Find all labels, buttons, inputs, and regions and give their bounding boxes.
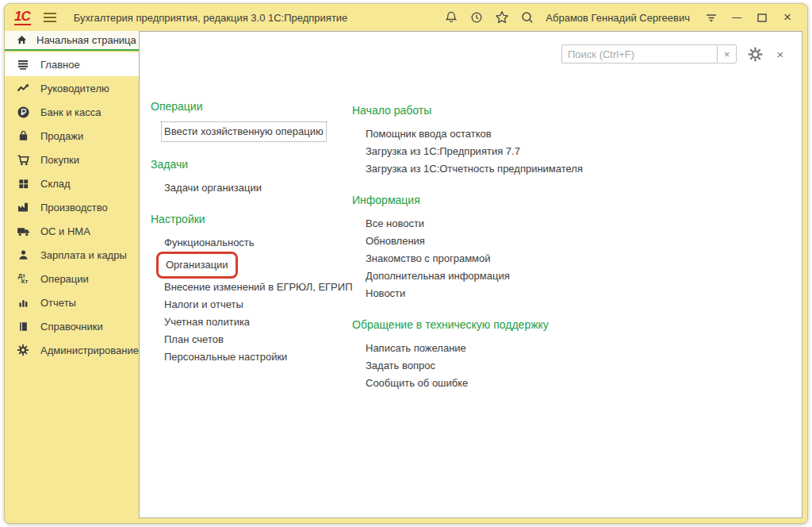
section-sidebar: Главное Руководителю Банк и касса Продаж… xyxy=(5,52,139,518)
tab-home-label: Начальная страница xyxy=(36,34,136,46)
link-napisat-pozhelanie[interactable]: Написать пожелание xyxy=(352,340,614,357)
sidebar-item-proizvodstvo[interactable]: Производство xyxy=(5,195,139,219)
sidebar-item-label: Справочники xyxy=(40,321,103,333)
panel-toolbar: × × xyxy=(561,44,791,63)
link-uchetnaya-politika[interactable]: Учетная политика xyxy=(151,314,349,331)
sidebar-item-bank-kassa[interactable]: Банк и касса xyxy=(5,100,139,124)
sidebar-item-os-nma[interactable]: ОС и НМА xyxy=(5,219,139,243)
sidebar-item-label: ОС и НМА xyxy=(40,225,90,237)
link-zagruzka-iz-1c-predpriyatiya-77[interactable]: Загрузка из 1С:Предприятия 7.7 xyxy=(352,143,614,160)
close-window-button[interactable]: × xyxy=(777,7,798,28)
section-title: Информация xyxy=(352,194,614,206)
boxes-grid-icon xyxy=(16,176,30,190)
maximize-button[interactable] xyxy=(752,7,772,28)
link-nalogi-i-otchety[interactable]: Налоги и отчеты xyxy=(151,296,349,314)
link-vse-novosti[interactable]: Все новости xyxy=(352,215,614,233)
list-icon xyxy=(16,57,30,71)
sidebar-item-sklad[interactable]: Склад xyxy=(5,171,139,195)
sidebar-item-label: Покупки xyxy=(40,154,79,166)
trend-chart-icon xyxy=(16,81,30,95)
sidebar-item-label: Продажи xyxy=(40,130,83,142)
favorites-star-icon[interactable] xyxy=(492,7,512,28)
notifications-bell-icon[interactable] xyxy=(441,7,462,28)
person-icon xyxy=(16,248,30,262)
sidebar-item-label: Зарплата и кадры xyxy=(40,249,127,261)
red-highlight-box: Организации xyxy=(156,252,238,279)
section-title: Обращение в техническую поддержку xyxy=(352,318,614,331)
section-title: Операции xyxy=(151,100,349,113)
sidebar-item-prodazhi[interactable]: Продажи xyxy=(5,124,139,148)
window-title: Бухгалтерия предприятия, редакция 3.0 1С… xyxy=(74,12,348,24)
section-informaciya: Информация Все новости Обновления Знаком… xyxy=(352,194,614,302)
global-search-icon[interactable] xyxy=(517,7,538,28)
sidebar-item-otchety[interactable]: Отчеты xyxy=(5,290,139,314)
section-nastroyki: Настройки Функциональность Организации В… xyxy=(151,213,349,366)
link-vnesenie-izmeneniy-egryul-egrip[interactable]: Внесение изменений в ЕГРЮЛ, ЕГРИП xyxy=(151,279,349,296)
link-soobschit-ob-oshibke[interactable]: Сообщить об ошибке xyxy=(352,375,614,392)
link-zagruzka-iz-1c-otchetnost[interactable]: Загрузка из 1С:Отчетность предпринимател… xyxy=(352,160,614,178)
sidebar-item-zarplata-kadry[interactable]: Зарплата и кадры xyxy=(5,243,139,267)
link-obnovleniya[interactable]: Обновления xyxy=(352,233,614,250)
book-icon xyxy=(16,319,30,333)
sidebar-item-label: Администрирование xyxy=(40,344,139,356)
sidebar-item-label: Банк и касса xyxy=(40,106,102,118)
sidebar-item-label: Руководителю xyxy=(40,83,109,94)
link-personalnye-nastroyki[interactable]: Персональные настройки xyxy=(151,348,349,366)
section-tehpodderzhka: Обращение в техническую поддержку Написа… xyxy=(352,318,614,392)
minimize-button[interactable]: — xyxy=(726,7,747,28)
home-icon xyxy=(16,34,28,46)
gear-icon xyxy=(16,343,30,357)
section-title: Задачи xyxy=(151,158,349,171)
content-column-left: Операции Ввести хозяйственную операцию З… xyxy=(151,100,349,382)
sidebar-item-administrirovanie[interactable]: Администрирование xyxy=(5,338,139,362)
home-page-panel: × × Операции Ввести хозяйственную операц… xyxy=(139,31,802,518)
sidebar-item-label: Склад xyxy=(40,178,71,190)
sidebar-item-operacii[interactable]: ДтКт Операции xyxy=(5,267,139,290)
1c-logo: 1С xyxy=(14,10,31,25)
link-zadachi-organizacii[interactable]: Задачи организации xyxy=(151,179,349,197)
app-window: 1С Бухгалтерия предприятия, редакция 3.0… xyxy=(4,3,808,524)
cart-icon xyxy=(16,152,30,167)
settings-gear-icon[interactable] xyxy=(745,44,765,63)
link-pomoschnik-vvoda-ostatkov[interactable]: Помощник ввода остатков xyxy=(352,125,614,143)
link-novosti[interactable]: Новости xyxy=(352,285,614,302)
close-panel-icon[interactable]: × xyxy=(770,44,791,63)
link-znakomstvo-s-programmoy[interactable]: Знакомство с программой xyxy=(352,250,614,267)
history-icon[interactable] xyxy=(466,7,487,28)
main-menu-button[interactable] xyxy=(44,13,56,22)
sidebar-item-label: Отчеты xyxy=(40,297,76,309)
sidebar-item-pokupki[interactable]: Покупки xyxy=(5,148,139,171)
current-user[interactable]: Абрамов Геннадий Сергеевич xyxy=(546,12,690,24)
section-operacii: Операции Ввести хозяйственную операцию xyxy=(151,100,349,142)
truck-icon xyxy=(16,224,30,238)
link-vvesti-hoz-operaciyu[interactable]: Ввести хозяйственную операцию xyxy=(151,121,349,142)
section-nachalo-raboty: Начало работы Помощник ввода остатков За… xyxy=(352,104,614,178)
sidebar-item-glavnoe[interactable]: Главное xyxy=(5,52,139,76)
tab-home-page[interactable]: Начальная страница xyxy=(5,31,139,51)
debit-credit-icon: ДтКт xyxy=(16,271,30,286)
link-funkcionalnost[interactable]: Функциональность xyxy=(151,234,349,252)
content-column-right: Начало работы Помощник ввода остатков За… xyxy=(352,104,614,408)
titlebar: 1С Бухгалтерия предприятия, редакция 3.0… xyxy=(5,4,807,31)
link-zadat-vopros[interactable]: Задать вопрос xyxy=(352,357,614,375)
sidebar-item-label: Производство xyxy=(40,202,108,213)
search-input[interactable] xyxy=(561,44,717,63)
section-title: Начало работы xyxy=(352,104,614,117)
link-plan-schetov[interactable]: План счетов xyxy=(151,331,349,348)
link-dopolnitelnaya-informaciya[interactable]: Дополнительная информация xyxy=(352,267,614,285)
sidebar-item-spravochniki[interactable]: Справочники xyxy=(5,314,139,338)
ruble-circle-icon xyxy=(16,105,30,119)
sidebar-item-label: Операции xyxy=(40,273,89,285)
sidebar-item-label: Главное xyxy=(40,59,80,71)
sidebar-item-rukovoditelyu[interactable]: Руководителю xyxy=(5,76,139,100)
section-title: Настройки xyxy=(151,213,349,225)
bar-chart-icon xyxy=(16,295,30,310)
bag-icon xyxy=(16,129,30,143)
section-zadachi: Задачи Задачи организации xyxy=(151,158,349,197)
factory-icon xyxy=(16,200,30,214)
search-clear-button[interactable]: × xyxy=(717,44,737,63)
link-organizacii[interactable]: Организации xyxy=(151,252,349,279)
service-menu-icon[interactable] xyxy=(701,7,722,28)
